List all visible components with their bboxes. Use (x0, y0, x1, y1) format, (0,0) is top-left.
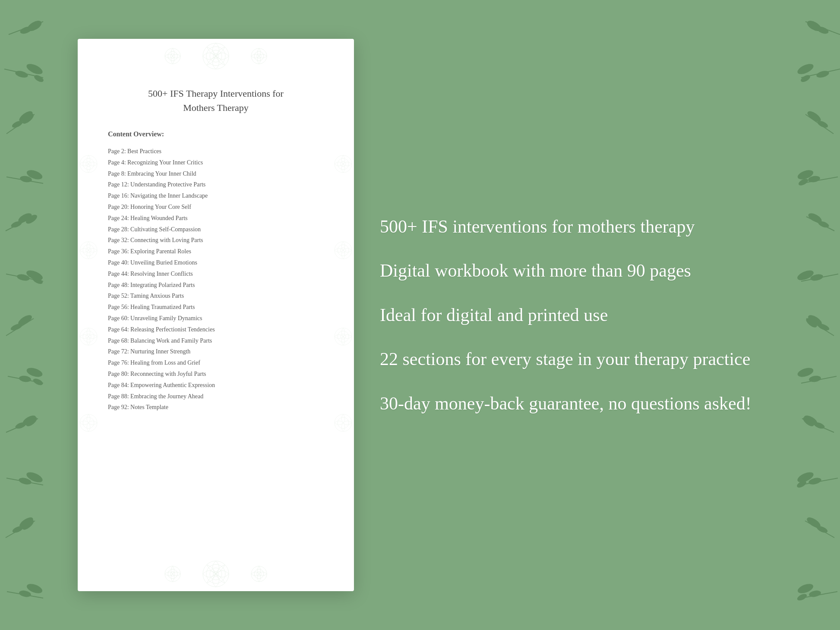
toc-page-number: Page 12: (108, 181, 129, 188)
toc-page-number: Page 76: (108, 359, 129, 366)
toc-item: Page 52: Taming Anxious Parts (108, 290, 324, 302)
toc-page-number: Page 88: (108, 393, 129, 400)
toc-page-number: Page 24: (108, 215, 129, 221)
toc-item: Page 12: Understanding Protective Parts (108, 179, 324, 190)
main-layout: 500+ IFS Therapy Interventions for Mothe… (0, 0, 840, 630)
toc-title: Exploring Parental Roles (130, 248, 191, 255)
toc-title: Notes Template (130, 404, 168, 410)
toc-page-number: Page 52: (108, 293, 129, 299)
features-panel: 500+ IFS interventions for mothers thera… (380, 198, 754, 432)
document-card: 500+ IFS Therapy Interventions for Mothe… (78, 39, 354, 591)
toc-page-number: Page 68: (108, 337, 129, 344)
toc-page-number: Page 2: (108, 148, 126, 154)
toc-item: Page 76: Healing from Loss and Grief (108, 357, 324, 369)
toc-item: Page 68: Balancing Work and Family Parts (108, 335, 324, 346)
toc-page-number: Page 84: (108, 382, 129, 388)
toc-item: Page 2: Best Practices (108, 146, 324, 157)
toc-item: Page 8: Embracing Your Inner Child (108, 168, 324, 180)
toc-title: Unveiling Buried Emotions (130, 259, 197, 266)
document-title: 500+ IFS Therapy Interventions for Mothe… (108, 86, 324, 115)
toc-item: Page 64: Releasing Perfectionist Tendenc… (108, 324, 324, 335)
toc-page-number: Page 4: (108, 159, 126, 166)
toc-title: Unraveling Family Dynamics (130, 315, 202, 321)
toc-heading: Content Overview: (108, 130, 324, 138)
feature-item: Digital workbook with more than 90 pages (380, 259, 754, 282)
doc-decoration-side-left (78, 73, 99, 557)
toc-title: Best Practices (127, 148, 161, 154)
toc-title: Reconnecting with Joyful Parts (130, 371, 206, 377)
toc-title: Empowering Authentic Expression (130, 382, 215, 388)
toc-title: Navigating the Inner Landscape (130, 192, 208, 199)
toc-item: Page 32: Connecting with Loving Parts (108, 235, 324, 246)
toc-page-number: Page 64: (108, 326, 129, 333)
toc-title: Releasing Perfectionist Tendencies (130, 326, 215, 333)
toc-page-number: Page 20: (108, 204, 129, 210)
toc-title: Recognizing Your Inner Critics (127, 159, 203, 166)
toc-item: Page 48: Integrating Polarized Parts (108, 280, 324, 291)
toc-item: Page 4: Recognizing Your Inner Critics (108, 157, 324, 168)
toc-item: Page 36: Exploring Parental Roles (108, 246, 324, 257)
toc-title: Balancing Work and Family Parts (130, 337, 212, 344)
toc-title: Integrating Polarized Parts (130, 282, 195, 288)
toc-title: Embracing Your Inner Child (127, 170, 196, 177)
toc-item: Page 92: Notes Template (108, 402, 324, 413)
toc-title: Understanding Protective Parts (130, 181, 205, 188)
toc-page-number: Page 72: (108, 348, 129, 355)
toc-page-number: Page 80: (108, 371, 129, 377)
doc-decoration-top (78, 39, 354, 73)
toc-list: Page 2: Best PracticesPage 4: Recognizin… (108, 146, 324, 413)
doc-decoration-bottom (78, 557, 354, 591)
toc-page-number: Page 16: (108, 192, 129, 199)
toc-item: Page 72: Nurturing Inner Strength (108, 346, 324, 357)
feature-item: 30-day money-back guarantee, no question… (380, 392, 754, 415)
toc-page-number: Page 8: (108, 170, 126, 177)
toc-item: Page 44: Resolving Inner Conflicts (108, 268, 324, 280)
toc-item: Page 20: Honoring Your Core Self (108, 202, 324, 213)
toc-page-number: Page 48: (108, 282, 129, 288)
toc-item: Page 16: Navigating the Inner Landscape (108, 190, 324, 202)
toc-title: Embracing the Journey Ahead (130, 393, 203, 400)
toc-item: Page 60: Unraveling Family Dynamics (108, 313, 324, 324)
toc-item: Page 84: Empowering Authentic Expression (108, 380, 324, 391)
toc-page-number: Page 36: (108, 248, 129, 255)
feature-item: Ideal for digital and printed use (380, 304, 754, 327)
toc-page-number: Page 92: (108, 404, 129, 410)
doc-decoration-side-right (332, 73, 354, 557)
toc-title: Connecting with Loving Parts (130, 237, 203, 243)
toc-item: Page 28: Cultivating Self-Compassion (108, 224, 324, 235)
feature-item: 500+ IFS interventions for mothers thera… (380, 215, 754, 238)
toc-title: Healing Traumatized Parts (130, 304, 195, 310)
toc-item: Page 88: Embracing the Journey Ahead (108, 391, 324, 402)
toc-title: Nurturing Inner Strength (130, 348, 190, 355)
toc-title: Healing from Loss and Grief (130, 359, 200, 366)
toc-item: Page 56: Healing Traumatized Parts (108, 302, 324, 313)
feature-item: 22 sections for every stage in your ther… (380, 348, 754, 371)
toc-title: Honoring Your Core Self (130, 204, 191, 210)
toc-item: Page 40: Unveiling Buried Emotions (108, 257, 324, 268)
toc-title: Taming Anxious Parts (130, 293, 184, 299)
toc-page-number: Page 44: (108, 271, 129, 277)
toc-title: Healing Wounded Parts (130, 215, 187, 221)
toc-title: Cultivating Self-Compassion (130, 226, 201, 233)
toc-title: Resolving Inner Conflicts (130, 271, 193, 277)
toc-page-number: Page 40: (108, 259, 129, 266)
toc-item: Page 80: Reconnecting with Joyful Parts (108, 369, 324, 380)
toc-page-number: Page 56: (108, 304, 129, 310)
toc-item: Page 24: Healing Wounded Parts (108, 213, 324, 224)
toc-page-number: Page 32: (108, 237, 129, 243)
toc-page-number: Page 28: (108, 226, 129, 233)
toc-page-number: Page 60: (108, 315, 129, 321)
